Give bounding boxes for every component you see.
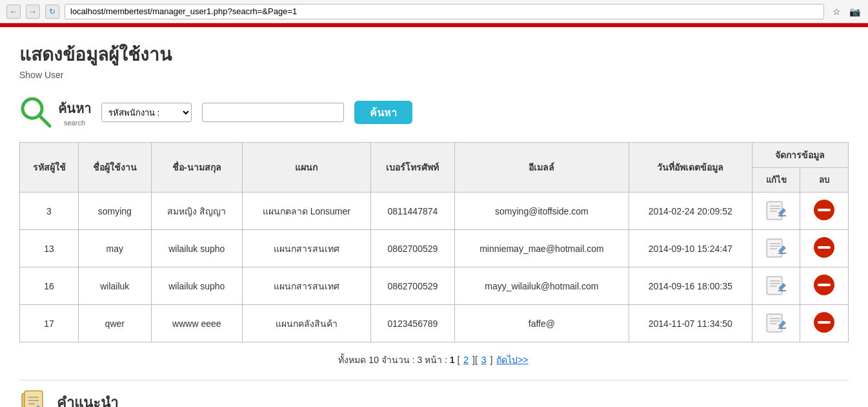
cell-edit xyxy=(752,193,800,230)
refresh-button[interactable]: ↻ xyxy=(45,5,59,19)
svg-rect-10 xyxy=(818,209,831,211)
pagination-total: ทั้งหมด 10 จำนวน : 3 หน้า : xyxy=(338,355,447,365)
extensions-icon[interactable]: 📷 xyxy=(847,5,862,19)
search-label-thai: ค้นหา xyxy=(58,98,91,119)
cell-updated: 2014-11-07 11:34:50 xyxy=(629,305,752,342)
search-icon-container: ค้นหา search xyxy=(19,96,91,129)
search-dropdown[interactable]: รหัสพนักงาน : ชื่อผู้ใช้งาน ชื่อ-นามสกุล… xyxy=(101,103,192,122)
svg-rect-39 xyxy=(25,391,43,407)
page-title-container: แสดงข้อมูลผู้ใช้งาน Show User xyxy=(19,40,849,80)
col-header-phone: เบอร์โทรศัพท์ xyxy=(370,143,454,193)
table-row: 3somyingสมหญิง สิญญาแผนกตลาด Lonsumer081… xyxy=(20,193,849,230)
delete-button[interactable] xyxy=(812,310,836,337)
page-title-thai: แสดงข้อมูลผู้ใช้งาน xyxy=(19,40,849,68)
cell-department: แผนกสารสนเทศ xyxy=(243,267,371,305)
pagination-next[interactable]: ถัดไป>> xyxy=(496,355,528,365)
cell-department: แผนกคลังสินค้า xyxy=(243,305,371,342)
forward-button[interactable]: → xyxy=(26,5,40,19)
cell-phone: 0862700529 xyxy=(370,267,454,305)
cell-email: mayy_wilailuk@hotmail.com xyxy=(454,267,629,305)
col-header-manage: จัดการข้อมูล xyxy=(752,143,848,168)
cell-email: minniemay_mae@hotmail.com xyxy=(454,230,629,267)
col-header-updated: วันที่อัพเดตข้อมูล xyxy=(629,143,752,193)
cell-username: may xyxy=(79,230,152,267)
col-header-fullname: ชื่อ-นามสกุล xyxy=(151,143,242,193)
col-header-username: ชื่อผู้ใช้งาน xyxy=(79,143,152,193)
cell-delete xyxy=(800,230,849,267)
table-row: 16wilailukwilailuk suphoแผนกสารสนเทศ0862… xyxy=(20,267,849,305)
url-bar[interactable] xyxy=(65,4,824,19)
cell-username: wilailuk xyxy=(79,267,152,305)
browser-chrome: ← → ↻ ☆ 📷 xyxy=(0,0,868,23)
edit-button[interactable] xyxy=(764,198,789,224)
cell-edit xyxy=(752,267,800,305)
pagination-sep-3: ] xyxy=(490,355,492,365)
col-header-edit: แก้ไข xyxy=(752,168,800,193)
svg-rect-19 xyxy=(818,246,831,249)
svg-rect-37 xyxy=(818,321,831,324)
cell-fullname: สมหญิง สิญญา xyxy=(151,193,242,230)
search-label: ค้นหา search xyxy=(58,98,91,127)
cell-id: 13 xyxy=(20,230,79,267)
cell-delete xyxy=(800,193,849,230)
cell-phone: 0811447874 xyxy=(370,193,454,230)
bookmark-icon[interactable]: ☆ xyxy=(829,5,843,19)
delete-button[interactable] xyxy=(812,198,836,224)
cell-id: 16 xyxy=(20,267,79,305)
cell-fullname: wilailuk supho xyxy=(151,267,242,305)
cell-delete xyxy=(800,267,849,305)
col-header-email: อีเมลล์ xyxy=(454,143,629,193)
pagination-sep-2: ][ xyxy=(472,355,478,365)
cell-phone: 0862700529 xyxy=(370,230,454,267)
col-header-dept: แผนก xyxy=(243,143,371,193)
cell-id: 17 xyxy=(20,305,79,342)
svg-rect-28 xyxy=(818,284,831,286)
back-button[interactable]: ← xyxy=(6,5,21,19)
cell-department: แผนกสารสนเทศ xyxy=(243,230,371,267)
cell-phone: 0123456789 xyxy=(370,305,454,342)
search-section: ค้นหา search รหัสพนักงาน : ชื่อผู้ใช้งาน… xyxy=(19,96,849,129)
page-content: แสดงข้อมูลผู้ใช้งาน Show User ค้นหา sear… xyxy=(0,27,868,407)
search-button[interactable]: ค้นหา xyxy=(354,101,412,124)
cell-updated: 2014-02-24 20:09:52 xyxy=(629,193,752,230)
pagination-page-2[interactable]: 2 xyxy=(463,355,469,365)
pagination: ทั้งหมด 10 จำนวน : 3 หน้า : 1 [ 2 ][ 3 ]… xyxy=(19,353,849,367)
cell-username: qwer xyxy=(79,305,152,342)
cell-updated: 2014-09-10 15:24:47 xyxy=(629,230,752,267)
table-row: 17qwerwwww eeeeแผนกคลังสินค้า0123456789f… xyxy=(20,305,849,342)
data-table: รหัสผู้ใช้ ชื่อผู้ใช้งาน ชื่อ-นามสกุล แผ… xyxy=(19,142,849,342)
edit-button[interactable] xyxy=(764,235,789,262)
cell-delete xyxy=(800,305,849,342)
cell-id: 3 xyxy=(20,193,79,230)
delete-button[interactable] xyxy=(812,235,836,262)
footer-icon xyxy=(19,387,50,407)
search-icon xyxy=(19,96,53,129)
footer-hint: คำแนะนำ xyxy=(19,380,849,407)
col-header-id: รหัสผู้ใช้ xyxy=(20,143,79,193)
cell-username: somying xyxy=(79,193,152,230)
pagination-page-3[interactable]: 3 xyxy=(481,355,487,365)
cell-email: somying@itoffside.com xyxy=(454,193,629,230)
cell-department: แผนกตลาด Lonsumer xyxy=(243,193,371,230)
col-header-delete: ลบ xyxy=(800,168,849,193)
delete-button[interactable] xyxy=(812,273,836,299)
search-label-english: search xyxy=(64,119,85,127)
page-title-english: Show User xyxy=(19,70,849,80)
edit-button[interactable] xyxy=(764,310,789,337)
cell-email: faffe@ xyxy=(454,305,629,342)
search-input[interactable] xyxy=(202,103,344,122)
pagination-current: 1 xyxy=(450,355,455,365)
pagination-sep-1: [ xyxy=(458,355,460,365)
cell-updated: 2014-09-16 18:00:35 xyxy=(629,267,752,305)
edit-button[interactable] xyxy=(764,273,789,299)
table-row: 13maywilailuk suphoแผนกสารสนเทศ086270052… xyxy=(20,230,849,267)
cell-edit xyxy=(752,230,800,267)
footer-title: คำแนะนำ xyxy=(57,391,118,408)
cell-edit xyxy=(752,305,800,342)
cell-fullname: wilailuk supho xyxy=(151,230,242,267)
svg-line-1 xyxy=(39,116,50,126)
cell-fullname: wwww eeee xyxy=(151,305,242,342)
